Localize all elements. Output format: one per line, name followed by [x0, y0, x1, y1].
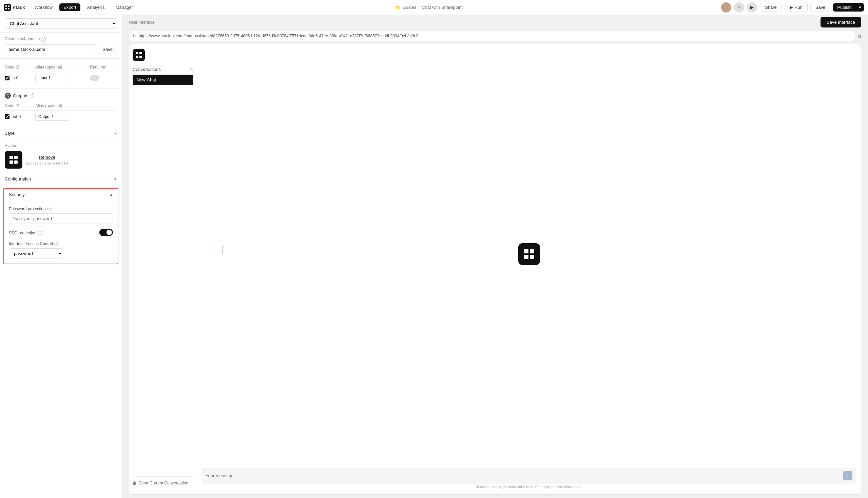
security-header[interactable]: Security ▲: [4, 188, 118, 200]
node-id-label-0: in-0: [12, 76, 18, 80]
subdomain-save-button[interactable]: Save: [98, 45, 117, 54]
sso-toggle[interactable]: [100, 228, 113, 236]
chat-center-logo: [518, 243, 540, 265]
style-section: Style ▲ Avatar Remove: [0, 127, 122, 173]
clear-conversation-button[interactable]: 🗑 Clear Current Conversation: [133, 479, 193, 487]
right-panel: User Interface Save Interface ↻ https://…: [122, 15, 868, 498]
svg-rect-8: [136, 52, 138, 54]
style-header[interactable]: Style ▲: [0, 127, 122, 140]
svg-rect-6: [10, 160, 13, 164]
inputs-table-header: Node ID Alias (optional) Required: [5, 63, 117, 72]
left-panel: Chat Assistant Custom subdomain i Save N…: [0, 15, 122, 498]
interface-selector-row: Chat Assistant: [0, 15, 122, 32]
chat-messages: [197, 44, 861, 464]
configuration-chevron-icon: ▼: [114, 177, 117, 181]
sso-protection-label: SSO protection i: [9, 231, 42, 235]
url-bar-inner: ↻ https://www.stack-ai.com/chat-assistan…: [129, 31, 855, 41]
chat-input-area: ↑ AI assistants might make mistakes. Che…: [197, 464, 861, 494]
run-button[interactable]: ▶ Run: [785, 3, 807, 12]
subdomain-info-icon[interactable]: i: [41, 37, 46, 42]
svg-rect-14: [524, 255, 528, 259]
output-checkbox-0[interactable]: [5, 114, 10, 119]
out-node-id-label-0: out-0: [12, 114, 21, 119]
interface-type-select[interactable]: Chat Assistant: [5, 18, 117, 29]
avatar-label: Avatar: [5, 144, 117, 148]
sso-row: SSO protection i: [9, 227, 113, 237]
tab-manager[interactable]: Manager: [111, 3, 137, 11]
out-col-node-id: Node ID: [5, 104, 35, 108]
stack-logo-icon: [4, 4, 11, 11]
svg-rect-1: [8, 5, 10, 7]
password-protection-label: Password protection i: [9, 207, 113, 211]
folder-icon: 📁: [395, 5, 401, 10]
svg-rect-3: [8, 8, 10, 10]
style-label: Style: [5, 131, 15, 136]
user-avatar[interactable]: [721, 2, 731, 13]
breadcrumb-separator: /: [419, 5, 420, 10]
chat-sidebar: Conversations ✎ New Chat 🗑 Clear Current…: [129, 44, 197, 494]
send-button[interactable]: ↑: [843, 471, 852, 480]
breadcrumb-page: Chat with Sharepoint: [422, 5, 463, 10]
refresh-icon[interactable]: ↻: [133, 33, 137, 39]
password-input[interactable]: [9, 213, 113, 224]
outputs-table-header: Node ID Alias (optional): [5, 102, 117, 110]
main-layout: Chat Assistant Custom subdomain i Save N…: [0, 15, 868, 498]
subdomain-row: Save: [5, 44, 117, 54]
new-chat-button[interactable]: New Chat: [133, 75, 193, 85]
sso-info-icon[interactable]: i: [38, 231, 42, 235]
subdomain-input[interactable]: [5, 44, 96, 54]
tab-analytics[interactable]: Analytics: [83, 3, 109, 11]
chat-bottom: 🗑 Clear Current Conversation: [133, 476, 193, 489]
avatar-remove-button[interactable]: Remove: [26, 155, 68, 160]
logo: stack: [4, 4, 25, 11]
copy-url-button[interactable]: ⧉: [858, 33, 861, 39]
edit-conversations-icon[interactable]: ✎: [189, 66, 193, 72]
breadcrumb-guides[interactable]: Guides: [402, 5, 416, 10]
publish-caret-icon[interactable]: ▾: [856, 3, 864, 12]
required-toggle-0[interactable]: [90, 75, 100, 81]
nav-right: ? ▶ Share ▶ Run Save Publish ▾: [721, 2, 864, 13]
svg-rect-15: [530, 255, 534, 259]
outputs-label: Outputs: [13, 93, 28, 99]
save-interface-button[interactable]: Save Interface: [820, 17, 861, 27]
play-preview-icon[interactable]: ▶: [747, 2, 757, 13]
access-control-label: Interface Access Control i: [9, 241, 113, 246]
tab-export[interactable]: Export: [60, 3, 80, 11]
conversations-header: Conversations ✎: [133, 66, 193, 72]
svg-rect-9: [140, 52, 142, 54]
subdomain-label: Custom subdomain i: [5, 37, 117, 42]
outputs-info-icon[interactable]: i: [30, 93, 35, 98]
url-bar: ↻ https://www.stack-ai.com/chat-assistan…: [122, 29, 868, 44]
chat-main: ↑ AI assistants might make mistakes. Che…: [197, 44, 861, 494]
chat-message-input[interactable]: [206, 473, 840, 478]
svg-rect-5: [14, 156, 18, 159]
svg-rect-13: [530, 249, 534, 253]
share-button[interactable]: Share: [760, 3, 782, 12]
out-alias-input-0[interactable]: [35, 113, 69, 121]
breadcrumb-folder: 📁 Guides: [395, 5, 416, 10]
svg-rect-10: [136, 56, 138, 58]
publish-label: Publish: [833, 3, 856, 12]
clear-convo-label: Clear Current Conversation: [139, 481, 188, 485]
outputs-header: G Outputs i: [5, 93, 117, 99]
configuration-header[interactable]: Configuration ▼: [0, 173, 122, 185]
access-control-info-icon[interactable]: i: [54, 241, 59, 246]
output-row-0: out-0: [5, 110, 117, 123]
alias-input-0[interactable]: [35, 74, 69, 82]
inputs-section: Node ID Alias (optional) Required in-0: [0, 59, 122, 89]
password-info-icon[interactable]: i: [47, 207, 52, 211]
save-button[interactable]: Save: [810, 3, 831, 12]
svg-rect-0: [5, 5, 7, 7]
svg-rect-2: [5, 8, 7, 10]
access-control-select[interactable]: password: [9, 248, 63, 259]
subdomain-section: Custom subdomain i Save: [0, 32, 122, 59]
help-icon[interactable]: ?: [734, 2, 744, 13]
tab-workflow[interactable]: Workflow: [30, 3, 57, 11]
publish-button[interactable]: Publish ▾: [833, 3, 864, 12]
chat-input-row: ↑: [202, 468, 856, 483]
col-node-id: Node ID: [5, 65, 35, 69]
col-alias: Alias (optional): [35, 65, 90, 69]
avatar-hint: Suggested size is 64 x 64: [26, 161, 68, 165]
input-checkbox-0[interactable]: [5, 76, 10, 80]
outputs-icon: G: [5, 93, 11, 99]
